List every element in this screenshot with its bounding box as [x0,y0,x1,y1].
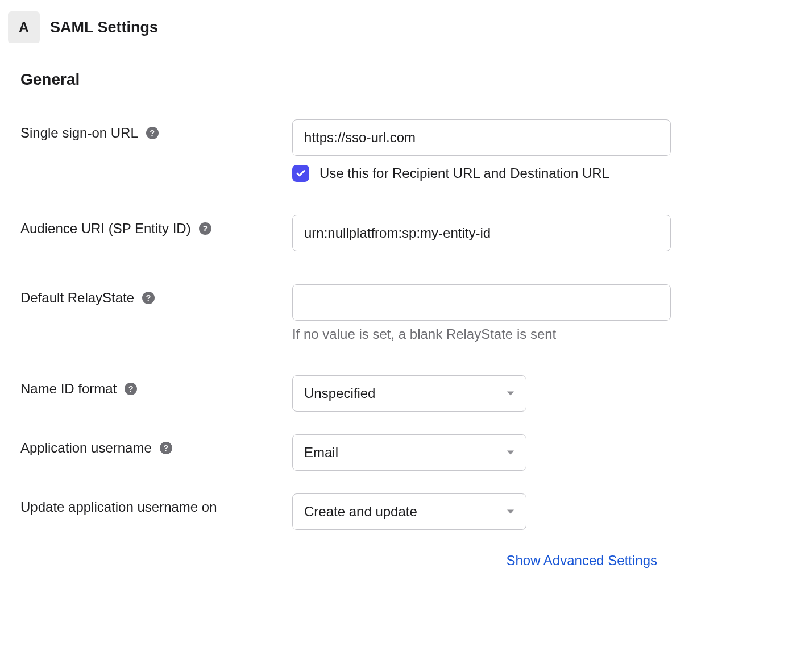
app-badge: A [8,11,40,43]
relay-state-input[interactable] [292,284,671,321]
row-relay-state: Default RelayState ? If no value is set,… [8,284,797,342]
help-icon[interactable]: ? [146,127,159,139]
name-id-format-select[interactable]: Unspecified [292,375,526,412]
show-advanced-settings-link[interactable]: Show Advanced Settings [506,553,657,569]
label-update-username-on: Update application username on [20,499,217,515]
help-icon[interactable]: ? [125,383,137,395]
help-icon[interactable]: ? [199,222,211,235]
use-for-recipient-label: Use this for Recipient URL and Destinati… [319,165,609,181]
row-audience-uri: Audience URI (SP Entity ID) ? [8,215,797,251]
label-relay-state: Default RelayState [20,290,134,306]
row-update-username-on: Update application username on Create an… [8,493,797,530]
label-app-username: Application username [20,440,152,456]
label-audience-uri: Audience URI (SP Entity ID) [20,221,191,237]
row-name-id-format: Name ID format ? Unspecified [8,375,797,412]
sso-url-input[interactable] [292,119,671,156]
page-header: A SAML Settings [8,11,797,43]
page-title: SAML Settings [50,19,158,36]
section-title-general: General [20,70,797,89]
check-icon [296,168,306,179]
label-sso-url: Single sign-on URL [20,125,138,141]
help-icon[interactable]: ? [142,292,155,304]
audience-uri-input[interactable] [292,215,671,251]
row-app-username: Application username ? Email [8,434,797,471]
relay-state-helper: If no value is set, a blank RelayState i… [292,326,671,342]
update-username-on-select[interactable]: Create and update [292,493,526,530]
label-name-id-format: Name ID format [20,381,117,397]
help-icon[interactable]: ? [160,442,172,454]
app-username-select[interactable]: Email [292,434,526,471]
use-for-recipient-checkbox[interactable] [292,165,309,182]
row-sso-url: Single sign-on URL ? Use this for Recipi… [8,119,797,182]
